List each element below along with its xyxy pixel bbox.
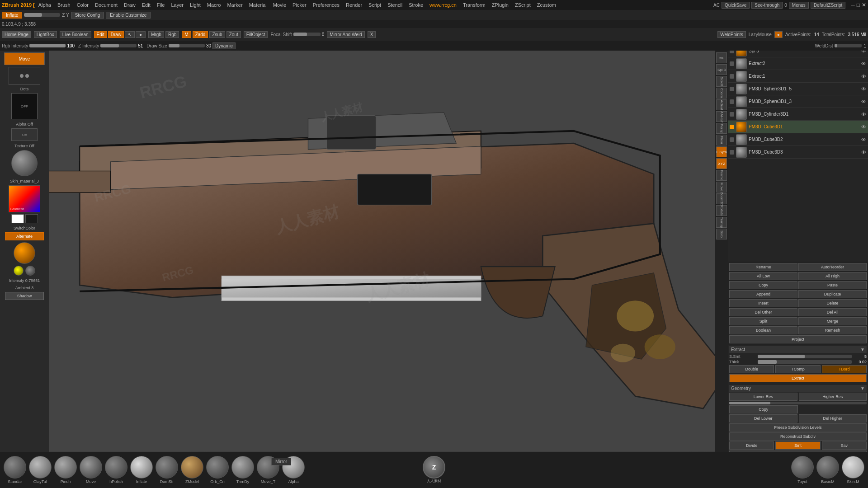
menu-draw[interactable]: Draw (121, 1, 138, 9)
menu-marker[interactable]: Marker (224, 1, 245, 9)
dot-button[interactable]: ● (136, 31, 146, 38)
zout-button[interactable]: Zout (226, 31, 241, 38)
split-button[interactable]: Split (729, 317, 797, 325)
lower-res-button[interactable]: Lower Res (729, 393, 797, 401)
table-row[interactable]: PM3D_Sphere3D1_5 👁 (728, 83, 868, 95)
rename-button[interactable]: Rename (729, 263, 797, 271)
texture-off-preview[interactable]: Off (11, 128, 38, 141)
eye-icon-6[interactable]: 👁 (861, 99, 866, 104)
del-all-button[interactable]: Del All (798, 308, 867, 316)
defaultzscript-button[interactable]: DefaultZScript (811, 2, 845, 9)
floor-button[interactable]: Floor (716, 135, 727, 145)
store-config-button[interactable]: Store Config (71, 12, 104, 19)
copy-button[interactable]: Copy (729, 281, 797, 289)
mirror-x-button[interactable]: X (368, 31, 376, 38)
table-row[interactable]: Extract1 👁 (728, 70, 868, 83)
transp-button[interactable]: Transp (716, 217, 727, 228)
alpha-off-preview[interactable]: OFF (11, 93, 38, 119)
menu-stroke[interactable]: Stroke (406, 1, 426, 9)
freeze-subdiv-button[interactable]: Freeze Subdivision Levels (729, 423, 867, 432)
brush-item-4[interactable]: Move (80, 456, 102, 484)
table-row[interactable]: PM3D_Cube3D2 👁 (728, 133, 868, 146)
seethrough-button[interactable]: See-through (751, 2, 783, 9)
del-other-button[interactable]: Del Other (729, 308, 797, 316)
material-preview[interactable] (11, 150, 38, 176)
menu-color[interactable]: Color (74, 1, 91, 9)
rgb-intensity-slider[interactable] (29, 44, 66, 47)
edit-button[interactable]: Edit (94, 31, 107, 38)
bru-button[interactable]: Bru (716, 52, 727, 63)
append-button[interactable]: Append (729, 290, 797, 298)
frame-button[interactable]: Frame (716, 170, 727, 181)
double-button[interactable]: Double (729, 365, 774, 373)
brush-item-14[interactable]: BasicM (816, 456, 839, 484)
brush-item-7[interactable]: DamStr (156, 456, 178, 484)
actual-button[interactable]: Actual (716, 99, 727, 110)
menu-movie[interactable]: Movie (270, 1, 289, 9)
eye-icon-5[interactable]: 👁 (861, 86, 866, 92)
geo-copy-button[interactable]: Copy (729, 405, 798, 413)
reconstruct-subdiv-button[interactable]: Reconstruct Subdiv (729, 432, 867, 441)
rotate-button[interactable]: Rotate (716, 205, 727, 216)
subdiv-slider[interactable] (729, 402, 867, 404)
brush-item-8[interactable]: ZModel (181, 456, 203, 484)
focal-shift-slider[interactable] (293, 33, 321, 36)
rgb-button[interactable]: Rgb (165, 31, 179, 38)
eye-icon-3[interactable]: 👁 (861, 61, 866, 66)
table-row[interactable]: PM3D_Cylinder3D1 👁 (728, 108, 868, 121)
table-row[interactable]: PM3D_Sphere3D1_3 👁 (728, 95, 868, 108)
draw-button[interactable]: Draw (108, 31, 124, 38)
zadd-button[interactable]: Zadd (193, 31, 208, 38)
live-boolean-button[interactable]: Live Boolean (60, 31, 91, 38)
persp-button[interactable]: Persp (716, 123, 727, 134)
merge-button[interactable]: Merge (798, 317, 867, 325)
boolean-button[interactable]: Boolean (729, 326, 797, 334)
geometry-section-header[interactable]: Geometry ▼ (729, 385, 867, 392)
menus-button[interactable]: Menus (789, 2, 809, 9)
light-icon-2[interactable] (25, 266, 35, 276)
spi3-button[interactable]: Spi 3 (716, 64, 727, 75)
xyz-button[interactable]: XYZ (716, 158, 727, 169)
table-row[interactable]: PM3D_Cube3D3 👁 (728, 146, 868, 159)
eye-icon-10[interactable]: 👁 (861, 150, 866, 155)
menu-zcustom[interactable]: Zcustom (534, 1, 559, 9)
color-gradient[interactable]: Gradient (9, 185, 40, 212)
eye-icon-4[interactable]: 👁 (861, 74, 866, 79)
smt-slider[interactable] (758, 355, 852, 358)
lightbox-button[interactable]: LightBox (34, 31, 57, 38)
brush-item-2[interactable]: ClayTuf (29, 456, 52, 484)
zsub-button[interactable]: Zsub (209, 31, 225, 38)
z-intensity-slider[interactable] (100, 44, 137, 47)
menu-macro[interactable]: Macro (204, 1, 224, 9)
eye-icon-8[interactable]: 👁 (861, 124, 866, 130)
zoom3d-button[interactable]: Zoom3D (716, 193, 727, 204)
brush-item-15[interactable]: Skin.M (842, 456, 864, 484)
weld-points-button[interactable]: WeldPoints (717, 31, 745, 38)
canvas-area[interactable]: RRCG 人人素材 RRCG 人人素材 RRCG 人人素材 (49, 51, 728, 452)
table-row[interactable]: PM3D_Cube3D1 👁 (728, 121, 868, 133)
insert-button[interactable]: Insert (729, 299, 797, 307)
menu-file[interactable]: File (154, 1, 168, 9)
sav-button[interactable]: Sav (822, 441, 867, 450)
brush-item-6[interactable]: Inflate (130, 456, 153, 484)
m-button[interactable]: M (182, 31, 191, 38)
close-icon[interactable]: ✕ (862, 2, 866, 8)
solo-button[interactable]: Solo (716, 229, 727, 239)
brush-item-13[interactable]: Toyot (791, 456, 814, 484)
menu-stencil[interactable]: Stencil (385, 1, 405, 9)
del-lower-button[interactable]: Del Lower (729, 414, 797, 422)
brush-item-10[interactable]: TrimDy (231, 456, 254, 484)
aahalf-button[interactable]: AAHalf (716, 111, 727, 122)
table-row[interactable]: Extract2 👁 (728, 57, 868, 70)
menu-material[interactable]: Material (246, 1, 269, 9)
weld-dist-slider[interactable] (835, 44, 862, 47)
maximize-icon[interactable]: □ (857, 2, 860, 8)
move3d-button[interactable]: Move (716, 182, 727, 192)
minimize-icon[interactable]: ─ (851, 2, 855, 8)
inflate-button[interactable]: Inflate (2, 12, 22, 19)
menu-render[interactable]: Render (343, 1, 365, 9)
higher-res-button[interactable]: Higher Res (799, 393, 867, 401)
light-icon-1[interactable] (14, 266, 24, 276)
primary-color-swatch[interactable] (11, 214, 24, 223)
menu-preferences[interactable]: Preferences (310, 1, 342, 9)
